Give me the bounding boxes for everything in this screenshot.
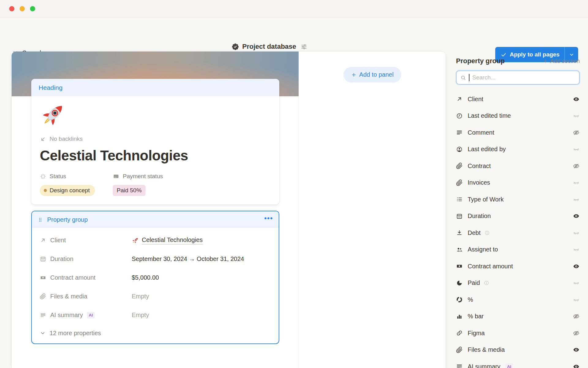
layout-preview-stage: Heading No backlinks Celestial Technolog…	[12, 52, 446, 368]
property-row-label-text: Contract amount	[50, 274, 96, 281]
close-window-button[interactable]	[9, 6, 14, 11]
minimize-window-button[interactable]	[20, 6, 25, 11]
client-page-link[interactable]: Celestial Technologies	[142, 236, 203, 244]
visibility-toggle[interactable]	[573, 96, 580, 103]
property-search-input[interactable]: Search...	[456, 71, 580, 85]
sidebar-property-row[interactable]: AI summaryAI	[456, 358, 580, 368]
database-title: Project database	[242, 43, 296, 51]
visibility-toggle[interactable]	[573, 279, 580, 286]
property-row-label-text: Files & media	[50, 293, 87, 300]
drag-handle-icon[interactable]	[37, 217, 43, 223]
visibility-toggle[interactable]	[573, 263, 580, 270]
add-section-button[interactable]: Add section	[543, 58, 580, 64]
visibility-toggle[interactable]	[573, 146, 580, 153]
property-row-value-text: Empty	[132, 312, 149, 319]
sidebar-property-label: Invoices	[468, 179, 490, 186]
visibility-toggle[interactable]	[573, 112, 580, 119]
property-row-value-text: Empty	[132, 293, 149, 300]
property-row-value[interactable]: $5,000.00	[132, 274, 159, 281]
sidebar-property-row[interactable]: Comment	[456, 124, 580, 141]
zoom-window-button[interactable]	[30, 6, 35, 11]
clock-icon	[456, 113, 463, 119]
add-section-label: Add section	[550, 58, 580, 64]
sidebar-property-label: Assignet to	[468, 246, 498, 253]
property-row[interactable]: AI summaryAIEmpty	[40, 306, 271, 324]
sidebar-property-label: Contract amount	[468, 263, 513, 270]
property-row-label-text: Duration	[50, 255, 74, 263]
sidebar-property-row[interactable]: Client	[456, 91, 580, 108]
chevron-down-icon	[569, 52, 574, 57]
heading-section-label: Heading	[39, 84, 62, 91]
sidebar-property-row[interactable]: %	[456, 291, 580, 308]
sidebar-property-row[interactable]: Files & media	[456, 342, 580, 358]
sidebar-property-row[interactable]: Contract	[456, 158, 580, 174]
sidebar-property-row[interactable]: Invoices	[456, 174, 580, 191]
visibility-toggle[interactable]	[573, 129, 580, 136]
rocket-page-icon[interactable]	[40, 101, 67, 128]
status-badge[interactable]: Design concept	[40, 185, 95, 196]
arrow-down-left-icon	[40, 136, 46, 142]
sidebar-property-label: Duration	[468, 213, 491, 220]
property-row[interactable]: Files & mediaEmpty	[40, 287, 271, 306]
sidebar-property-row[interactable]: Figma	[456, 325, 580, 342]
visibility-toggle[interactable]	[573, 363, 580, 368]
info-icon	[484, 230, 490, 236]
property-group-header[interactable]: Property group •••	[32, 211, 279, 228]
bars-icon	[456, 313, 463, 320]
visibility-toggle[interactable]	[573, 313, 580, 320]
more-properties-toggle[interactable]: 12 more properties	[40, 324, 271, 342]
more-properties-label: 12 more properties	[50, 330, 101, 337]
visibility-toggle[interactable]	[573, 179, 580, 186]
sidebar-property-row[interactable]: Last edited by	[456, 141, 580, 158]
sidebar-property-row[interactable]: Type of Work	[456, 191, 580, 208]
heading-section-header[interactable]: Heading	[31, 79, 279, 96]
text-cursor	[469, 74, 469, 81]
sidebar-property-label: Last edited by	[468, 146, 506, 153]
visibility-toggle[interactable]	[573, 196, 580, 203]
editor-header: Cancel Project database Preview: Celesti…	[0, 17, 588, 52]
heading-section-card[interactable]: Heading No backlinks Celestial Technolog…	[31, 79, 279, 205]
property-row[interactable]: DurationSeptember 30, 2024 → October 31,…	[40, 250, 271, 268]
sliders-icon[interactable]	[300, 43, 307, 50]
sidebar-property-row[interactable]: Assignet to	[456, 241, 580, 258]
rocket-emoji-icon	[132, 237, 139, 244]
visibility-toggle[interactable]	[573, 163, 580, 170]
search-icon	[460, 75, 466, 81]
property-row[interactable]: ClientCelestial Technologies	[40, 231, 271, 250]
visibility-toggle[interactable]	[573, 330, 580, 337]
paperclip-icon	[456, 179, 463, 186]
sidebar-property-row[interactable]: Contract amount	[456, 258, 580, 275]
visibility-toggle[interactable]	[573, 229, 580, 236]
property-row-label-text: Client	[50, 237, 66, 244]
visibility-toggle[interactable]	[573, 246, 580, 253]
sidebar-property-row[interactable]: Debt	[456, 224, 580, 241]
property-row-value[interactable]: Empty	[132, 293, 149, 300]
property-row-value[interactable]: September 30, 2024 → October 31, 2024	[132, 255, 244, 263]
sidebar-property-row[interactable]: Last edited time	[456, 108, 580, 125]
add-to-panel-label: Add to panel	[359, 71, 394, 78]
property-row-value[interactable]: Empty	[132, 312, 149, 319]
visibility-toggle[interactable]	[573, 296, 580, 303]
property-row-value[interactable]: Celestial Technologies	[132, 236, 203, 244]
add-to-panel-button[interactable]: Add to panel	[343, 67, 401, 82]
property-row-value-text: September 30, 2024 → October 31, 2024	[132, 255, 244, 263]
arrow-up-right-icon	[40, 237, 46, 243]
visibility-toggle[interactable]	[573, 213, 580, 220]
sidebar-property-row[interactable]: % bar	[456, 308, 580, 325]
property-row[interactable]: Contract amount$5,000.00	[40, 268, 271, 287]
sidebar-property-row[interactable]: Duration	[456, 208, 580, 225]
visibility-toggle[interactable]	[573, 346, 580, 353]
backlinks-row[interactable]: No backlinks	[40, 136, 271, 142]
payment-status-badge[interactable]: Paid 50%	[113, 185, 145, 196]
sidebar-title: Property group	[456, 57, 505, 65]
status-property-label: Status	[40, 173, 113, 180]
sidebar-property-label: AI summary	[468, 363, 500, 368]
property-row-value-text: $5,000.00	[132, 274, 159, 281]
window-titlebar	[0, 0, 588, 17]
verified-badge-icon	[232, 43, 239, 51]
more-options-icon[interactable]: •••	[264, 218, 273, 221]
database-title-row: Project database	[232, 43, 307, 51]
sidebar-property-row[interactable]: Paid	[456, 275, 580, 292]
paperclip-icon	[456, 163, 463, 169]
property-group-section-card[interactable]: Property group ••• ClientCelestial Techn…	[31, 211, 279, 344]
